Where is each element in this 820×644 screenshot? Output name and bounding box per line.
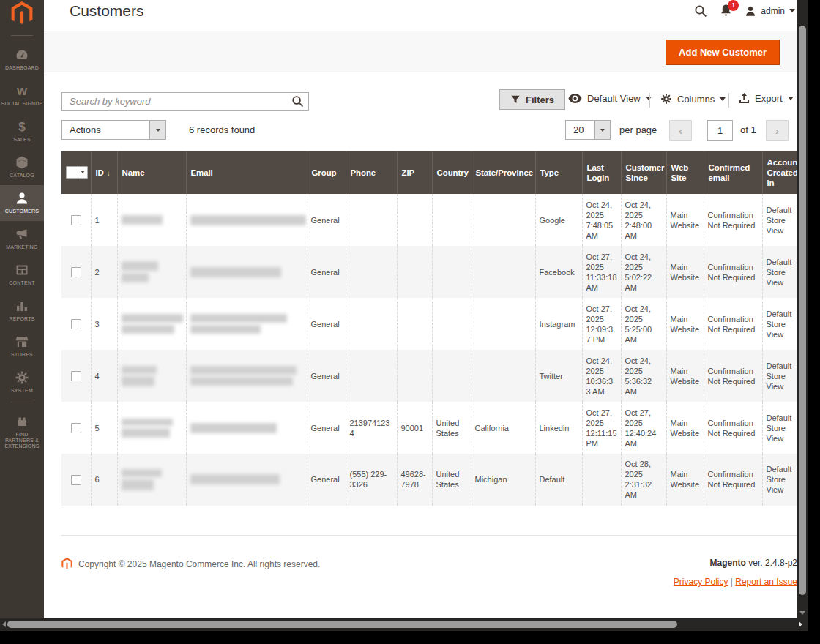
col-header-web-site[interactable]: Web Site: [666, 151, 704, 194]
vertical-scrollbar-thumb[interactable]: [799, 26, 806, 595]
cell-group: General: [307, 194, 346, 246]
col-header-last-login[interactable]: Last Login: [582, 151, 621, 194]
notifications-bell-icon[interactable]: 1: [720, 4, 732, 18]
global-search-icon[interactable]: [694, 4, 707, 18]
row-checkbox[interactable]: [71, 371, 81, 381]
row-checkbox[interactable]: [71, 423, 81, 433]
col-header-customer-since[interactable]: Customer Since: [621, 151, 666, 194]
cell-last-login: [582, 454, 621, 506]
col-header-id[interactable]: ID↓: [91, 151, 117, 194]
sidebar-item-system[interactable]: SYSTEM: [0, 364, 44, 400]
gear-icon: [660, 93, 672, 105]
col-header-zip[interactable]: ZIP: [397, 151, 432, 194]
redacted-text: [122, 325, 174, 334]
col-header-select: [61, 151, 91, 194]
cell-select: [61, 298, 91, 350]
cell-web-site: Main Website: [666, 454, 704, 506]
sidebar-item-stores[interactable]: STORES: [0, 329, 44, 364]
sidebar-item-customers[interactable]: CUSTOMERS: [0, 185, 44, 221]
cell-customer-since: Oct 27, 2025 12:40:24 AM: [621, 402, 666, 454]
cell-id: 2: [91, 246, 117, 298]
col-header-group[interactable]: Group: [307, 151, 346, 194]
browser-viewport: DASHBOARDWSOCIAL SIGNUP$SALESCATALOGCUST…: [0, 0, 797, 618]
admin-username: admin: [761, 6, 785, 16]
add-new-customer-button[interactable]: Add New Customer: [666, 40, 780, 65]
stores-icon: [1, 334, 43, 349]
col-header-name[interactable]: Name: [117, 151, 186, 194]
cell-id: 5: [91, 402, 117, 454]
table-row: 1GeneralGoogleOct 24, 2025 7:48:05 AMOct…: [61, 194, 797, 246]
admin-account-menu[interactable]: admin: [745, 5, 795, 17]
row-checkbox[interactable]: [71, 319, 81, 329]
col-header-country[interactable]: Country: [432, 151, 471, 194]
table-row: 6General(555) 229-332649628-7978United S…: [61, 454, 797, 506]
cell-last-login: Oct 27, 2025 12:11:15 PM: [582, 402, 621, 454]
cell-group: General: [307, 454, 346, 506]
redacted-text: [190, 325, 261, 334]
magento-logo[interactable]: [0, 0, 44, 34]
redacted-text: [190, 474, 280, 484]
redacted-text: [190, 267, 281, 277]
scroll-right-arrow[interactable]: [799, 621, 802, 627]
cell-state: [471, 246, 535, 298]
view-switcher[interactable]: Default View: [568, 93, 652, 104]
svg-text:$: $: [18, 120, 26, 134]
system-icon: [1, 370, 43, 385]
cell-name-redacted: [117, 402, 186, 454]
sidebar-item-marketing[interactable]: MARKETING: [0, 221, 44, 257]
redacted-text: [190, 215, 306, 225]
report-issue-link[interactable]: Report an Issue: [735, 577, 797, 587]
col-header-email[interactable]: Email: [186, 151, 307, 194]
filters-button[interactable]: Filters: [499, 89, 565, 110]
sidebar-item-find-partners-extensions[interactable]: FIND PARTNERS & EXTENSIONS: [0, 408, 44, 456]
horizontal-scrollbar-thumb[interactable]: [7, 621, 677, 628]
records-found: 6 records found: [189, 124, 255, 135]
sidebar-item-catalog[interactable]: CATALOG: [0, 149, 44, 185]
cell-zip: 49628-7978: [397, 454, 432, 506]
catalog-icon: [1, 155, 43, 170]
cell-confirmed-email: Confirmation Not Required: [704, 298, 762, 350]
table-row: 2GeneralFacebookOct 27, 2025 11:33:18 AM…: [61, 246, 797, 298]
col-header-confirmed-email[interactable]: Confirmed email: [704, 151, 762, 194]
per-page-label: per page: [619, 124, 657, 135]
cell-state: [471, 194, 535, 246]
columns-control[interactable]: Columns: [660, 93, 726, 105]
sales-icon: $: [1, 119, 43, 134]
row-checkbox[interactable]: [71, 215, 81, 225]
cell-state: Michigan: [471, 454, 535, 506]
sidebar-item-dashboard[interactable]: DASHBOARD: [0, 42, 44, 78]
search-icon[interactable]: [291, 95, 304, 111]
cell-confirmed-email: Confirmation Not Required: [704, 402, 762, 454]
vertical-scrollbar[interactable]: [797, 0, 808, 618]
cell-account-created-in: Default Store View: [762, 194, 797, 246]
previous-page-button[interactable]: ‹: [669, 120, 692, 141]
sidebar-item-sales[interactable]: $SALES: [0, 113, 44, 149]
scroll-down-arrow[interactable]: [800, 611, 805, 615]
col-header-account-created-in[interactable]: Account Created in: [762, 151, 797, 194]
magento-footer-logo: [61, 558, 72, 570]
sidebar-item-reports[interactable]: REPORTS: [0, 293, 44, 329]
next-page-button[interactable]: ›: [766, 120, 789, 141]
export-control[interactable]: Export: [739, 93, 794, 104]
scroll-left-arrow[interactable]: [2, 621, 6, 627]
redacted-text: [190, 377, 293, 386]
col-header-type[interactable]: Type: [535, 151, 582, 194]
page-number-input[interactable]: [707, 120, 733, 141]
row-checkbox[interactable]: [71, 475, 81, 485]
row-checkbox[interactable]: [71, 267, 81, 277]
select-all-dropdown[interactable]: [66, 166, 88, 179]
cell-web-site: Main Website: [666, 246, 704, 298]
cell-select: [61, 194, 91, 246]
cell-email-redacted: [186, 454, 307, 506]
search-input[interactable]: [61, 92, 309, 111]
actions-dropdown[interactable]: Actions: [61, 120, 166, 140]
col-header-phone[interactable]: Phone: [346, 151, 397, 194]
horizontal-scrollbar[interactable]: [0, 618, 808, 631]
cell-name-redacted: [117, 298, 186, 350]
sidebar-item-content[interactable]: CONTENT: [0, 257, 44, 293]
privacy-policy-link[interactable]: Privacy Policy: [674, 577, 728, 587]
col-header-state[interactable]: State/Province: [471, 151, 535, 194]
sidebar-item-social-signup[interactable]: WSOCIAL SIGNUP: [0, 78, 44, 113]
redacted-text: [122, 376, 154, 386]
per-page-dropdown[interactable]: 20: [565, 120, 611, 140]
